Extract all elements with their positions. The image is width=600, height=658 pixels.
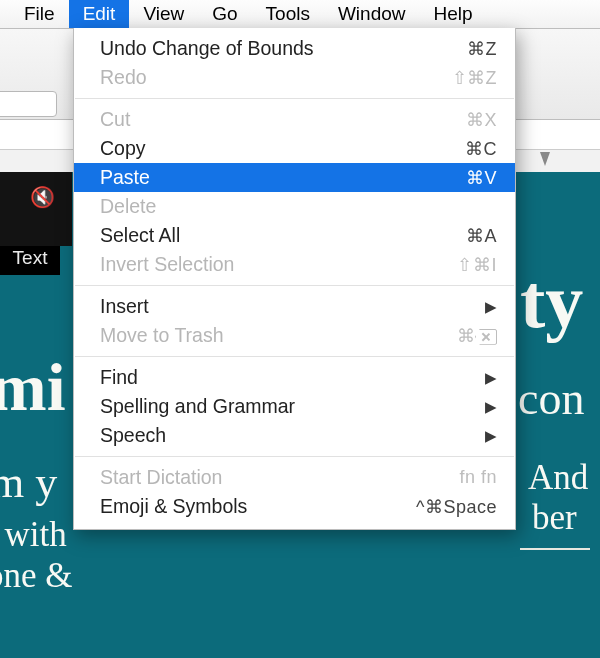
submenu-arrow-icon: ▶: [485, 298, 497, 316]
menu-item-shortcut: ⌘X: [466, 109, 497, 131]
menu-item-label: Undo Change of Bounds: [100, 37, 467, 60]
search-input[interactable]: [0, 91, 57, 117]
menu-item-invert-selection: Invert Selection⇧⌘I: [74, 250, 515, 279]
menu-item-shortcut: ⇧⌘I: [457, 254, 497, 276]
bg-text: l with: [0, 515, 67, 555]
bg-text: con: [518, 372, 584, 425]
menu-item-label: Invert Selection: [100, 253, 457, 276]
menu-item-copy[interactable]: Copy⌘C: [74, 134, 515, 163]
edit-menu: Undo Change of Bounds⌘ZRedo⇧⌘ZCut⌘XCopy⌘…: [73, 28, 516, 530]
menu-item-label: Emoji & Symbols: [100, 495, 416, 518]
menu-item-move-to-trash: Move to Trash⌘: [74, 321, 515, 350]
bg-text: m y: [0, 457, 57, 508]
submenu-arrow-icon: ▶: [485, 369, 497, 387]
menubar: FileEditViewGoToolsWindowHelp: [0, 0, 600, 29]
menu-item-shortcut: ⌘C: [465, 138, 497, 160]
menu-item-label: Paste: [100, 166, 466, 189]
bg-text: And: [528, 458, 588, 498]
menu-item-shortcut: ⇧⌘Z: [452, 67, 498, 89]
menubar-item-tools[interactable]: Tools: [252, 0, 324, 28]
menu-item-select-all[interactable]: Select All⌘A: [74, 221, 515, 250]
menu-item-find[interactable]: Find▶: [74, 363, 515, 392]
menu-item-redo: Redo⇧⌘Z: [74, 63, 515, 92]
menu-item-shortcut: ⌘Z: [467, 38, 497, 60]
menu-item-label: Copy: [100, 137, 465, 160]
menu-item-start-dictation: Start Dictationfn fn: [74, 463, 515, 492]
menu-item-label: Speech: [100, 424, 477, 447]
menu-item-delete: Delete: [74, 192, 515, 221]
menu-item-shortcut: ⌘V: [466, 167, 497, 189]
menu-item-shortcut: fn fn: [459, 467, 497, 488]
bg-text: ber: [532, 498, 577, 538]
menu-item-label: Start Dictation: [100, 466, 459, 489]
menu-item-speech[interactable]: Speech▶: [74, 421, 515, 450]
menu-item-undo-change-of-bounds[interactable]: Undo Change of Bounds⌘Z: [74, 34, 515, 63]
menu-separator: [75, 285, 514, 286]
submenu-arrow-icon: ▶: [485, 398, 497, 416]
tab-stop-marker[interactable]: [540, 152, 550, 166]
bg-text: one &: [0, 556, 73, 596]
menu-item-shortcut: ⌘: [457, 325, 498, 347]
menubar-item-go[interactable]: Go: [198, 0, 251, 28]
menu-item-label: Find: [100, 366, 477, 389]
menu-item-insert[interactable]: Insert▶: [74, 292, 515, 321]
menu-item-label: Select All: [100, 224, 466, 247]
video-sidebar: 🔇: [0, 172, 72, 246]
menu-separator: [75, 98, 514, 99]
menu-item-label: Spelling and Grammar: [100, 395, 477, 418]
menubar-item-view[interactable]: View: [129, 0, 198, 28]
bg-text: ty: [520, 258, 583, 345]
mute-icon: 🔇: [30, 185, 55, 209]
menu-separator: [75, 356, 514, 357]
delete-key-icon: [475, 329, 497, 345]
bg-text: mi: [0, 348, 66, 427]
menubar-item-window[interactable]: Window: [324, 0, 420, 28]
menu-item-paste[interactable]: Paste⌘V: [74, 163, 515, 192]
menu-item-label: Cut: [100, 108, 466, 131]
menu-item-label: Move to Trash: [100, 324, 457, 347]
menu-item-shortcut: ^⌘Space: [416, 496, 497, 518]
text-tool-button[interactable]: Text: [0, 246, 60, 275]
menu-item-label: Delete: [100, 195, 497, 218]
menu-item-cut: Cut⌘X: [74, 105, 515, 134]
menu-item-spelling-and-grammar[interactable]: Spelling and Grammar▶: [74, 392, 515, 421]
menubar-item-file[interactable]: File: [10, 0, 69, 28]
submenu-arrow-icon: ▶: [485, 427, 497, 445]
bg-underline: [520, 548, 590, 550]
menubar-item-help[interactable]: Help: [420, 0, 487, 28]
menu-item-shortcut: ⌘A: [466, 225, 497, 247]
menu-item-emoji-symbols[interactable]: Emoji & Symbols^⌘Space: [74, 492, 515, 521]
menubar-item-edit[interactable]: Edit: [69, 0, 130, 28]
menu-separator: [75, 456, 514, 457]
menu-item-label: Insert: [100, 295, 477, 318]
menu-item-label: Redo: [100, 66, 452, 89]
